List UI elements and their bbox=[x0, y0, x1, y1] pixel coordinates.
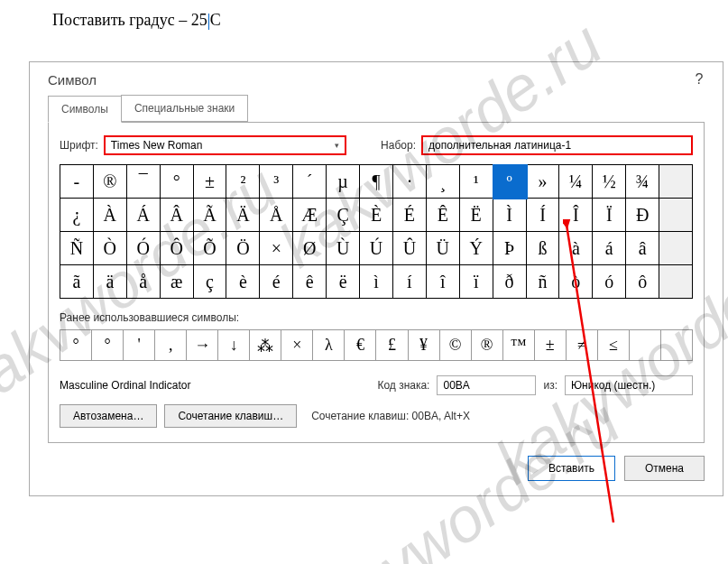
recent-char-cell[interactable]: € bbox=[345, 330, 376, 361]
shortcut-key-button[interactable]: Сочетание клавиш… bbox=[164, 404, 297, 428]
recent-char-cell[interactable]: ± bbox=[535, 330, 567, 361]
char-cell[interactable]: à bbox=[559, 232, 593, 265]
scrollbar-track[interactable] bbox=[659, 265, 693, 299]
char-cell[interactable]: Õ bbox=[194, 232, 227, 265]
char-cell[interactable]: Ò bbox=[94, 232, 127, 265]
cancel-button[interactable]: Отмена bbox=[624, 456, 705, 481]
autocorrect-button[interactable]: Автозамена… bbox=[60, 404, 157, 428]
char-cell[interactable]: È bbox=[360, 199, 393, 232]
recent-char-cell[interactable]: £ bbox=[376, 330, 408, 361]
char-cell[interactable]: É bbox=[393, 199, 427, 232]
scrollbar-track[interactable] bbox=[659, 165, 693, 199]
scrollbar-track[interactable] bbox=[659, 232, 693, 265]
char-cell[interactable]: Ì bbox=[493, 199, 527, 232]
tab-symbols[interactable]: Символы bbox=[48, 96, 122, 123]
recent-char-cell[interactable] bbox=[630, 330, 661, 361]
char-cell[interactable]: Û bbox=[393, 232, 427, 265]
char-cell[interactable]: ê bbox=[293, 265, 327, 299]
char-cell[interactable]: Ø bbox=[293, 232, 327, 265]
char-cell[interactable]: Ç bbox=[327, 199, 360, 232]
char-cell[interactable]: Ã bbox=[194, 199, 227, 232]
char-cell[interactable]: Ö bbox=[226, 232, 260, 265]
char-cell[interactable]: á bbox=[593, 232, 626, 265]
char-cell[interactable]: ¾ bbox=[626, 165, 659, 199]
char-cell[interactable]: × bbox=[260, 232, 293, 265]
insert-button[interactable]: Вставить bbox=[528, 456, 615, 481]
char-cell[interactable]: Í bbox=[527, 199, 560, 232]
char-cell[interactable]: ® bbox=[94, 165, 127, 199]
char-cell[interactable]: Ê bbox=[427, 199, 460, 232]
char-cell[interactable]: µ bbox=[327, 165, 360, 199]
tab-special-chars[interactable]: Специальные знаки bbox=[121, 95, 248, 122]
char-cell[interactable]: ¹ bbox=[460, 165, 493, 199]
char-cell[interactable]: Ú bbox=[360, 232, 393, 265]
char-cell[interactable]: â bbox=[626, 232, 659, 265]
char-cell[interactable]: Æ bbox=[293, 199, 327, 232]
char-cell[interactable]: Ë bbox=[460, 199, 493, 232]
recent-char-cell[interactable]: ® bbox=[472, 330, 503, 361]
char-cell[interactable]: ¶ bbox=[360, 165, 393, 199]
char-cell[interactable]: » bbox=[527, 165, 560, 199]
char-cell[interactable]: - bbox=[60, 165, 94, 199]
scrollbar-track[interactable] bbox=[659, 199, 693, 232]
char-cell[interactable]: æ bbox=[161, 265, 194, 299]
char-cell[interactable]: ¿ bbox=[60, 199, 94, 232]
recent-char-cell[interactable]: ↓ bbox=[218, 330, 250, 361]
from-dropdown[interactable]: Юникод (шестн.) bbox=[565, 375, 693, 395]
recent-char-cell[interactable]: , bbox=[155, 330, 187, 361]
char-cell[interactable]: · bbox=[393, 165, 427, 199]
char-cell[interactable]: ó bbox=[593, 265, 626, 299]
char-cell[interactable]: ä bbox=[94, 265, 127, 299]
recent-char-cell[interactable]: © bbox=[440, 330, 472, 361]
char-cell[interactable]: ¼ bbox=[559, 165, 593, 199]
char-cell[interactable]: î bbox=[427, 265, 460, 299]
char-cell[interactable]: Ñ bbox=[60, 232, 94, 265]
recent-char-cell[interactable]: ° bbox=[60, 330, 92, 361]
char-cell[interactable]: ° bbox=[161, 165, 194, 199]
char-cell[interactable]: À bbox=[94, 199, 127, 232]
char-cell[interactable]: Ä bbox=[226, 199, 260, 232]
recent-char-cell[interactable]: × bbox=[281, 330, 313, 361]
char-cell[interactable]: ì bbox=[360, 265, 393, 299]
code-input[interactable]: 00BA bbox=[437, 375, 536, 395]
char-cell[interactable]: ¸ bbox=[427, 165, 460, 199]
char-cell[interactable]: Ð bbox=[626, 199, 659, 232]
char-cell[interactable]: Ô bbox=[161, 232, 194, 265]
char-cell[interactable]: ³ bbox=[260, 165, 293, 199]
char-cell[interactable]: Î bbox=[559, 199, 593, 232]
char-cell[interactable]: ã bbox=[60, 265, 94, 299]
font-dropdown[interactable]: Times New Roman ▾ bbox=[104, 135, 346, 155]
char-cell[interactable]: í bbox=[393, 265, 427, 299]
recent-char-cell[interactable]: ≠ bbox=[567, 330, 598, 361]
char-cell[interactable]: ß bbox=[527, 232, 560, 265]
char-cell[interactable]: ò bbox=[559, 265, 593, 299]
char-cell[interactable]: ² bbox=[226, 165, 260, 199]
char-cell[interactable]: º bbox=[493, 165, 527, 199]
help-button[interactable]: ? bbox=[688, 71, 710, 88]
char-cell[interactable]: é bbox=[260, 265, 293, 299]
char-cell[interactable]: ï bbox=[460, 265, 493, 299]
char-cell[interactable]: ± bbox=[194, 165, 227, 199]
char-cell[interactable]: Ï bbox=[593, 199, 626, 232]
recent-char-cell[interactable]: ™ bbox=[503, 330, 535, 361]
char-cell[interactable]: ç bbox=[194, 265, 227, 299]
char-cell[interactable]: Þ bbox=[493, 232, 527, 265]
subset-dropdown[interactable]: дополнительная латиница-1 bbox=[421, 135, 693, 155]
recent-char-cell[interactable]: → bbox=[187, 330, 218, 361]
char-cell[interactable]: ´ bbox=[293, 165, 327, 199]
char-cell[interactable]: Ý bbox=[460, 232, 493, 265]
char-cell[interactable]: Ù bbox=[327, 232, 360, 265]
recent-char-cell[interactable]: ° bbox=[92, 330, 124, 361]
recent-char-cell[interactable]: ¥ bbox=[409, 330, 440, 361]
recent-char-cell[interactable]: ' bbox=[124, 330, 155, 361]
recent-char-cell[interactable]: ⁂ bbox=[250, 330, 281, 361]
char-cell[interactable]: ô bbox=[626, 265, 659, 299]
char-cell[interactable]: ñ bbox=[527, 265, 560, 299]
char-cell[interactable]: Â bbox=[161, 199, 194, 232]
char-cell[interactable]: Å bbox=[260, 199, 293, 232]
char-cell[interactable]: è bbox=[226, 265, 260, 299]
char-cell[interactable]: ½ bbox=[593, 165, 626, 199]
char-cell[interactable]: Ü bbox=[427, 232, 460, 265]
recent-char-cell[interactable] bbox=[661, 330, 693, 361]
recent-char-cell[interactable]: λ bbox=[313, 330, 345, 361]
